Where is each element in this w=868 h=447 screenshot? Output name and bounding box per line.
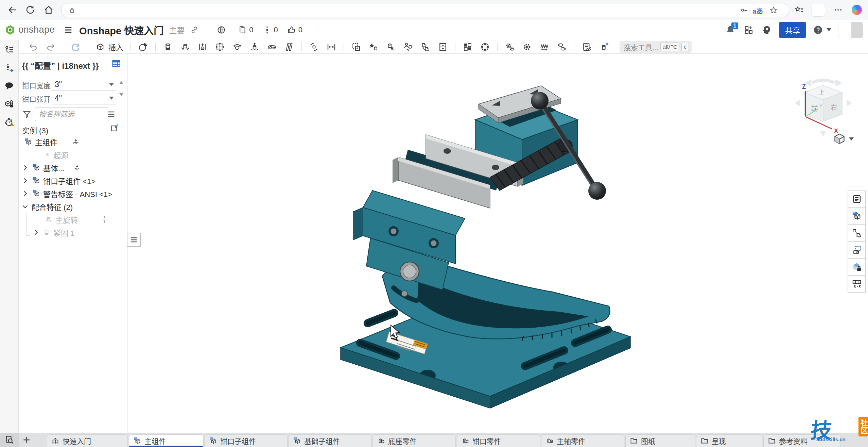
performance-warning-icon[interactable] [4,117,14,127]
tree-item-main-revolute-mate[interactable]: 主旋转 [19,213,127,226]
tree-section-mate-features[interactable]: 配合特征 (2) [19,200,127,213]
likes-icon[interactable] [287,25,296,35]
group-button[interactable] [351,42,361,52]
versions-icon[interactable] [262,25,272,35]
help-caret-icon[interactable] [827,28,831,31]
hide-bom-button[interactable] [581,42,592,52]
tab-base-subassembly[interactable]: 基础子组件 [289,434,371,447]
ball-bearing-button[interactable] [480,42,490,52]
tab-references-folder[interactable]: 参考资料 [763,434,841,447]
bom-table-button[interactable] [848,191,866,208]
share-button[interactable]: 共享 [779,22,806,38]
tab-spindle-part[interactable]: 主轴零件 [541,434,624,447]
insert-into-assembly-icon[interactable] [110,123,119,133]
configured-variables-button[interactable] [848,276,866,293]
browser-refresh-icon[interactable] [25,5,35,15]
document-title[interactable]: Onshape 快速入门 [79,23,163,37]
learning-center-icon[interactable] [761,25,771,35]
belt-relation-button[interactable] [557,42,567,52]
tab-main-assembly[interactable]: 主组件 [129,434,204,447]
tree-item-base-subassembly[interactable]: 基体... [19,161,127,174]
create-part-button[interactable] [599,42,609,52]
fixed-ground-icon[interactable] [73,164,81,172]
new-tab-button[interactable] [19,433,34,447]
tab-drawings-folder[interactable]: 图纸 [625,434,695,447]
lock-icon[interactable] [68,6,76,14]
tree-item-warning-label-part[interactable]: 警告标签 - ANSI <1> [19,187,127,200]
gear-relation-button[interactable] [505,42,515,52]
edit-in-context-button[interactable] [420,42,431,52]
tab-renders-folder[interactable]: 呈现 [696,434,762,447]
tree-item-main-assembly[interactable]: 主组件 [19,135,127,148]
redo-button[interactable] [46,42,56,52]
selection-tool-button[interactable] [386,42,396,52]
shaded-view-cube-icon[interactable] [833,133,846,145]
cylindrical-mate-button[interactable] [249,42,260,52]
view-display-menu[interactable] [833,133,854,145]
favorite-star-icon[interactable] [769,6,778,15]
tab-jaw-part[interactable]: 钳口零件 [457,434,540,447]
address-bar[interactable]: aあ [61,3,789,17]
filter-by-name-input[interactable] [35,107,109,121]
exploded-view-button[interactable] [138,42,148,52]
chevron-right-icon[interactable] [32,229,40,236]
configuration-panel-button[interactable] [848,208,866,225]
transfer-ownership-button[interactable] [403,42,413,52]
chevron-right-icon[interactable] [21,190,29,197]
update-sync-button[interactable] [70,42,81,52]
view-cube[interactable]: 上 前 右 Z X Y [792,73,855,139]
chevron-right-icon[interactable] [21,164,29,171]
favorites-bar-icon[interactable] [795,5,804,15]
named-views-button[interactable] [848,242,866,259]
configuration-table-icon[interactable] [111,59,121,69]
derived-part-button[interactable] [848,225,866,242]
tab-search-button[interactable] [0,433,19,447]
insert-button[interactable] [95,42,105,52]
config-select-jaw-opening[interactable]: 4" [52,93,116,104]
revolute-mate-button[interactable] [180,42,190,52]
planar-mate-button[interactable] [215,42,225,52]
panel-collapse-button[interactable] [127,233,141,247]
parallel-mate-button[interactable] [284,42,294,52]
follow-mode-icon[interactable] [4,99,14,109]
versions-history-icon[interactable] [4,63,14,73]
browser-back-icon[interactable] [7,5,18,15]
password-key-icon[interactable] [740,6,748,14]
undo-button[interactable] [28,42,38,52]
ball-mate-button[interactable] [232,42,242,52]
browser-home-icon[interactable] [44,5,54,15]
slider-mate-button[interactable] [197,42,208,52]
tab-quick-start[interactable]: 快速入门 [47,434,128,447]
insert-button-label[interactable]: 插入 [108,42,123,52]
comments-icon[interactable] [4,81,14,91]
config-select-jaw-width[interactable]: 3" [52,79,116,91]
tree-item-origin[interactable]: 起源 [19,148,127,161]
fixed-ground-icon[interactable] [72,138,80,146]
public-globe-icon[interactable] [216,25,226,35]
app-store-icon[interactable] [744,25,754,35]
help-icon[interactable] [813,25,823,35]
workspace-label[interactable]: 主要 [169,24,185,36]
document-menu-icon[interactable] [64,25,73,35]
pattern-button[interactable] [463,42,473,52]
view-cube-top-label[interactable]: 上 [818,89,825,96]
measure-distance-button[interactable] [326,42,336,52]
list-view-icon[interactable] [106,110,116,119]
onshape-logo-icon[interactable] [5,24,16,35]
tree-item-jaw-subassembly[interactable]: 钳口子组件 <1> [19,174,127,187]
browser-menu-icon[interactable] [833,5,843,15]
onshape-logo-text[interactable]: onshape [18,24,55,35]
view-cube-right-label[interactable]: 右 [831,104,837,111]
translate-icon[interactable]: aあ [752,6,763,16]
copilot-icon[interactable] [852,5,862,15]
pin-slot-mate-button[interactable] [267,42,277,52]
tool-search[interactable]: 搜索工具... alt/⌥ c [620,41,692,53]
display-states-button[interactable] [438,42,448,52]
tab-base-part[interactable]: 底座零件 [372,434,456,447]
assembly-structure-icon[interactable] [4,45,14,55]
3d-viewport[interactable] [323,75,717,435]
appearance-lock-button[interactable] [848,259,866,276]
tab-jaw-subassembly[interactable]: 钳口子组件 [205,434,288,447]
share-link-icon[interactable] [190,26,199,34]
chevron-down-icon[interactable] [849,137,854,140]
